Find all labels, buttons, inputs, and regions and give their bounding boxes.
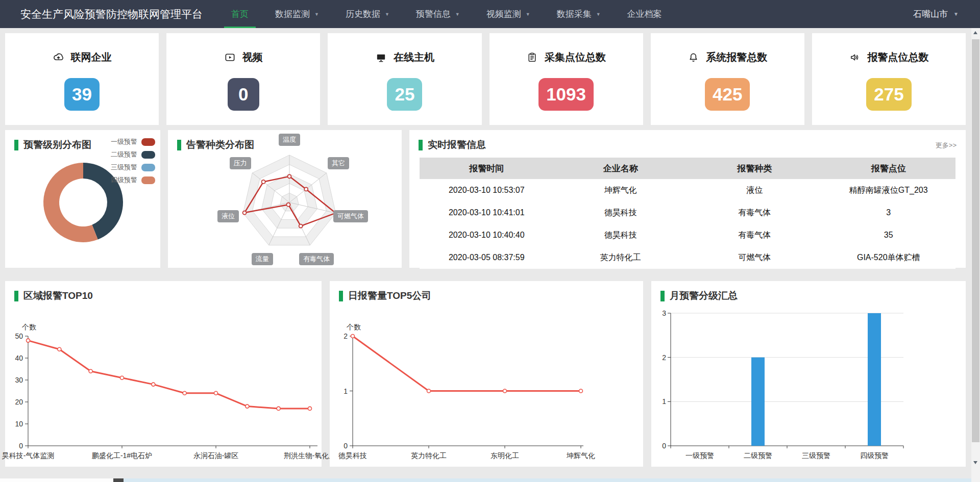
video-play-icon [224,52,236,63]
legend-swatch [141,176,155,184]
legend-item[interactable]: 一级预警 [111,137,155,146]
table-cell: 德昊科技 [554,224,688,246]
line-data-point [183,391,186,395]
legend-item[interactable]: 三级预警 [111,163,155,172]
line-data-point [214,391,218,395]
stat-label: 系统报警总数 [706,50,767,64]
line-data-point [351,335,355,338]
radar-data-point [243,211,247,215]
nav-item-data-collection[interactable]: 数据采集▼ [544,0,614,28]
table-header-cell: 企业名称 [554,158,688,179]
title-bar-accent [419,140,423,150]
table-cell: 3 [822,201,956,224]
x-tick-label: 四级预警 [860,451,889,460]
scrollbar-down-arrow-icon[interactable] [971,458,980,468]
nav-item-enterprise-archives[interactable]: 企业档案 [614,0,675,28]
table-cell: 液位 [688,179,822,201]
card-title: 日报警量TOP5公司 [339,289,431,302]
x-tick-label: 一级预警 [685,451,714,460]
radar-data-point [288,174,291,178]
stat-label: 报警点位总数 [867,50,928,64]
speaker-icon [849,52,861,63]
more-link[interactable]: 更多>> [936,141,957,150]
bar-四级预警 [868,313,881,446]
table-body: 2020-03-10 10:53:07坤辉气化液位精醇南罐液位GT_203202… [420,179,955,269]
chevron-down-icon: ▼ [455,12,460,17]
x-tick-label: 昊科技-气体监测 [2,451,55,460]
table-row[interactable]: 2020-03-10 10:41:01德昊科技有毒气体3 [420,201,955,224]
nav-item-home[interactable]: 首页 [218,0,262,28]
table-row[interactable]: 2020-03-10 10:53:07坤辉气化液位精醇南罐液位GT_203 [420,179,955,201]
nav-item-video-monitoring[interactable]: 视频监测▼ [473,0,544,28]
x-tick-label: 德昊科技 [338,451,367,460]
stat-card-alarm-points-total: 报警点位总数275 [812,33,966,125]
y-tick-label: 2 [344,332,348,340]
title-bar-accent [339,291,343,301]
card-title: 告警种类分布图 [177,138,254,151]
legend-item[interactable]: 四级预警 [111,175,155,185]
radar-axis-label: 液位 [217,210,239,222]
nav-item-label: 数据采集 [557,8,592,20]
stats-row: 联网企业39视频0在线主机25采集点位总数1093系统报警总数425报警点位总数… [5,33,966,125]
table-row[interactable]: 2020-03-05 08:37:59英力特化工可燃气体GIA-520单体贮槽 [420,246,955,269]
daily-alarm-top5-card: 日报警量TOP5公司 个数012德昊科技英力特化工东明化工坤辉气化 [330,281,643,467]
chevron-down-icon: ▼ [596,12,601,17]
chevron-down-icon: ▼ [314,12,319,17]
table-cell: 2020-03-05 08:37:59 [420,246,554,269]
stat-value-badge: 275 [866,78,911,111]
line-data-point [579,389,583,393]
nav-item-history-data[interactable]: 历史数据▼ [332,0,403,28]
scrollbar-up-arrow-icon[interactable] [971,28,980,38]
nav-item-data-monitoring[interactable]: 数据监测▼ [262,0,332,28]
table-cell: 有毒气体 [688,224,822,246]
title-bar-accent [177,140,181,150]
stat-label: 采集点位总数 [545,50,606,64]
x-tick-label: 三级预警 [802,451,830,460]
y-tick-label: 30 [15,376,23,384]
card-title-text: 月预警分级汇总 [670,289,738,302]
monthly-warning-summary-chart: 0123一级预警二级预警三级预警四级预警 [651,281,966,467]
card-title: 区域报警TOP10 [14,289,93,302]
nav-item-label: 预警信息 [416,8,451,20]
region-label: 石嘴山市 [913,8,948,20]
table-row[interactable]: 2020-03-10 10:40:40德昊科技有毒气体35 [420,224,955,246]
navbar: 安全生产风险预警防控物联网管理平台 首页数据监测▼历史数据▼预警信息▼视频监测▼… [0,0,980,28]
stat-value-badge: 25 [387,78,422,111]
monitor-icon [375,52,387,63]
nav-item-label: 首页 [231,8,249,20]
legend-label: 二级预警 [111,150,137,159]
legend-label: 一级预警 [111,137,137,146]
monthly-warning-summary-card: 月预警分级汇总 0123一级预警二级预警三级预警四级预警 [651,281,966,467]
stat-value-badge: 1093 [538,78,594,111]
nav-item-label: 企业档案 [627,8,662,20]
region-alarm-top10-card: 区域报警TOP10 个数01020304050昊科技-气体监测鹏盛化工-1#电石… [5,281,322,467]
line-series [353,336,581,391]
chevron-down-icon: ▼ [385,12,389,17]
y-tick-label: 1 [344,387,348,395]
scrollbar-thumb[interactable] [972,39,979,442]
legend-swatch [141,138,155,146]
y-tick-label: 0 [19,442,23,450]
legend-item[interactable]: 二级预警 [111,150,155,159]
region-selector[interactable]: 石嘴山市 ▼ [913,8,959,20]
line-data-point [58,347,61,351]
table-cell: 2020-03-10 10:53:07 [420,179,554,201]
radar-data-point [286,203,290,207]
nav-item-warning-info[interactable]: 预警信息▼ [403,0,473,28]
card-title: 月预警分级汇总 [660,289,738,302]
y-tick-label: 50 [15,332,23,340]
realtime-alarm-table: 报警时间企业名称报警种类报警点位 2020-03-10 10:53:07坤辉气化… [420,158,955,269]
footer-strip-dark [113,478,124,482]
bar-二级预警 [751,358,765,446]
stat-value-badge: 0 [228,78,259,111]
y-tick-label: 1 [662,397,666,405]
scrollbar[interactable] [971,28,980,482]
y-tick-label: 3 [662,309,666,317]
table-cell: 坤辉气化 [554,179,688,201]
nav-item-label: 视频监测 [486,8,521,20]
table-cell: 有毒气体 [688,201,822,224]
chevron-down-icon: ▼ [953,11,959,17]
card-title-text: 预警级别分布图 [23,138,91,151]
table-header-cell: 报警种类 [688,158,822,179]
table-header-cell: 报警时间 [420,158,554,179]
